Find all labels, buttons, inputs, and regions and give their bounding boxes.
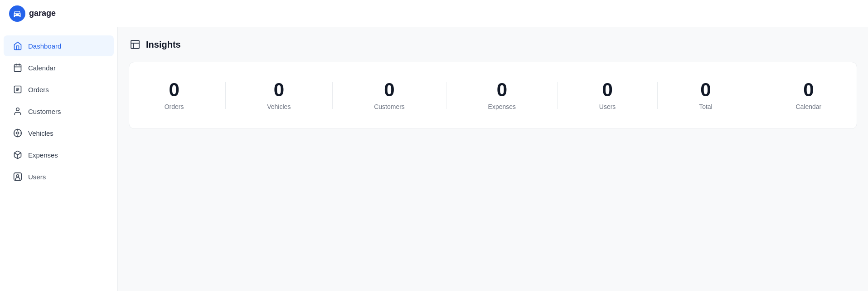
stat-total: 0 Total [699,80,713,110]
stat-expenses: 0 Expenses [488,80,516,110]
insights-icon [129,38,141,51]
svg-point-10 [17,132,19,134]
users-icon [13,172,23,182]
stat-total-label: Total [699,103,713,110]
stat-orders-value: 0 [169,80,179,99]
stat-divider-4 [557,82,558,109]
vehicles-icon [13,128,23,138]
insights-card: 0 Orders 0 Vehicles 0 Customers [129,62,857,129]
app-header: garage [0,0,868,27]
sidebar-dashboard-label: Dashboard [28,42,61,50]
sidebar-item-dashboard[interactable]: Dashboard [4,35,114,56]
stat-total-value: 0 [700,80,711,99]
stat-divider-2 [332,82,333,109]
main-content: Insights 0 Orders 0 Vehicles 0 [118,27,868,291]
stat-divider-1 [225,82,226,109]
sidebar-item-calendar[interactable]: Calendar [4,57,114,78]
sidebar-users-label: Users [28,173,46,181]
orders-icon [13,84,23,94]
stat-vehicles-value: 0 [274,80,284,99]
stat-users-label: Users [599,103,616,110]
sidebar: Dashboard Calendar [0,27,118,291]
stat-vehicles: 0 Vehicles [267,80,291,110]
sidebar-item-orders[interactable]: Orders [4,79,114,100]
stat-expenses-label: Expenses [488,103,516,110]
stat-vehicles-label: Vehicles [267,103,291,110]
stat-customers: 0 Customers [374,80,405,110]
page-title: Insights [146,39,181,50]
stats-container: 0 Orders 0 Vehicles 0 Customers [144,80,842,110]
stat-orders: 0 Orders [165,80,184,110]
stat-users: 0 Users [599,80,616,110]
stat-expenses-value: 0 [497,80,507,99]
svg-point-17 [17,175,19,177]
stat-orders-label: Orders [165,103,184,110]
main-layout: Dashboard Calendar [0,27,868,291]
dashboard-icon [13,41,23,51]
customers-icon [13,106,23,116]
stat-users-value: 0 [602,80,612,99]
expenses-icon [13,150,23,160]
stat-divider-5 [657,82,658,109]
stat-divider-3 [446,82,446,109]
sidebar-customers-label: Customers [28,108,61,115]
page-header: Insights [129,38,857,51]
sidebar-expenses-label: Expenses [28,151,58,159]
sidebar-item-customers[interactable]: Customers [4,101,114,122]
calendar-icon [13,63,23,73]
app-name: garage [29,9,56,18]
sidebar-item-vehicles[interactable]: Vehicles [4,123,114,143]
sidebar-orders-label: Orders [28,86,49,94]
stat-calendar-value: 0 [803,80,814,99]
sidebar-calendar-label: Calendar [28,64,56,72]
stat-calendar-label: Calendar [795,103,821,110]
stat-calendar: 0 Calendar [795,80,821,110]
stat-customers-value: 0 [384,80,394,99]
logo-icon [9,5,25,22]
svg-rect-18 [131,40,139,49]
stat-divider-6 [754,82,754,109]
sidebar-vehicles-label: Vehicles [28,129,53,137]
svg-point-8 [16,108,19,111]
stat-customers-label: Customers [374,103,405,110]
svg-rect-0 [15,64,21,71]
logo[interactable]: garage [9,5,56,22]
sidebar-item-expenses[interactable]: Expenses [4,144,114,165]
sidebar-item-users[interactable]: Users [4,166,114,187]
